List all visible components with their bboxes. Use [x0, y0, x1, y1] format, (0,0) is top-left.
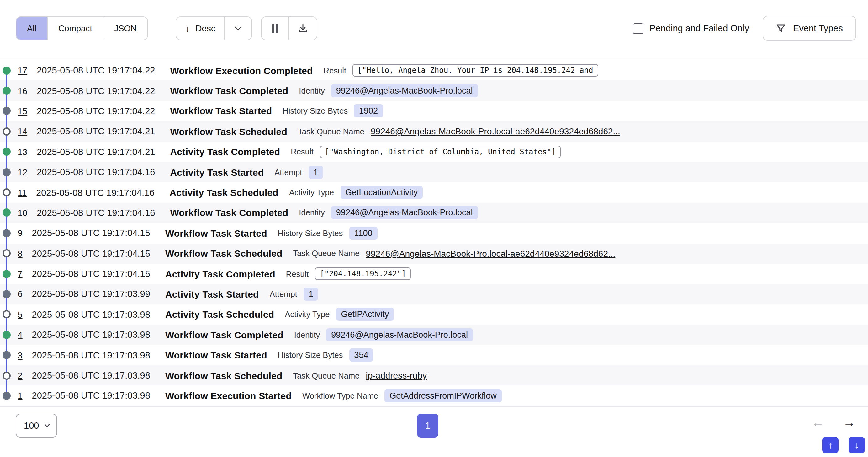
event-row[interactable]: 13 2025-05-08 UTC 19:17:04.21 Activity T…: [0, 142, 868, 162]
event-row[interactable]: 5 2025-05-08 UTC 19:17:03.98 Activity Ta…: [0, 304, 868, 324]
event-status-dot: [2, 351, 10, 359]
event-id-link[interactable]: 13: [18, 147, 27, 157]
event-id-link[interactable]: 14: [18, 126, 27, 137]
event-name: Activity Task Started: [165, 289, 259, 299]
event-row[interactable]: 3 2025-05-08 UTC 19:17:03.98 Workflow Ta…: [0, 345, 868, 365]
event-row[interactable]: 8 2025-05-08 UTC 19:17:04.15 Workflow Ta…: [0, 243, 868, 264]
event-attribute-label: Task Queue Name: [298, 127, 364, 136]
event-attribute-label: History Size Bytes: [283, 106, 348, 116]
event-timestamp: 2025-05-08 UTC 19:17:04.21: [37, 126, 155, 137]
event-status-dot: [2, 331, 10, 339]
event-name: Workflow Task Started: [170, 106, 272, 116]
event-id-link[interactable]: 7: [18, 269, 23, 279]
event-attribute-label: Result: [323, 66, 346, 75]
event-attribute-label: Task Queue Name: [293, 371, 360, 380]
event-types-button[interactable]: Event Types: [763, 16, 856, 41]
event-timestamp: 2025-05-08 UTC 19:17:04.15: [32, 248, 150, 258]
event-id-link[interactable]: 9: [18, 228, 23, 238]
event-name: Workflow Execution Started: [165, 391, 291, 401]
event-attribute-value: ["Hello, Angela Zhou. Your IP is 204.148…: [352, 64, 598, 77]
event-id-link[interactable]: 16: [18, 86, 27, 96]
event-id-link[interactable]: 11: [18, 188, 27, 197]
event-id-link[interactable]: 4: [18, 330, 23, 340]
pending-failed-checkbox[interactable]: [632, 23, 643, 34]
event-attribute-value: 1: [308, 165, 323, 179]
event-status-dot: [2, 229, 10, 237]
pagination-prev-button[interactable]: ←: [808, 416, 828, 429]
event-name: Workflow Task Scheduled: [165, 370, 283, 381]
pause-icon: [271, 24, 280, 32]
event-status-dot: [2, 87, 10, 95]
event-attribute-value[interactable]: 99246@Angelas-MacBook-Pro.local-ae62d440…: [366, 248, 615, 258]
download-icon: [298, 23, 308, 33]
event-row[interactable]: 17 2025-05-08 UTC 19:17:04.22 Workflow E…: [0, 60, 868, 81]
event-timestamp: 2025-05-08 UTC 19:17:04.22: [37, 106, 155, 116]
sort-direction-button[interactable]: ↓ Desc: [176, 17, 225, 39]
event-id-link[interactable]: 1: [18, 391, 23, 401]
view-tab-json[interactable]: JSON: [103, 17, 147, 39]
arrow-down-icon: ↓: [855, 440, 859, 450]
event-attribute-value[interactable]: ip-address-ruby: [366, 370, 427, 380]
event-attribute-value: 1100: [349, 227, 377, 240]
sort-options-button[interactable]: [225, 17, 252, 39]
event-id-link[interactable]: 12: [18, 167, 27, 177]
arrow-left-icon: ←: [811, 416, 824, 429]
event-attribute-label: History Size Bytes: [278, 350, 343, 360]
scroll-to-top-button[interactable]: ↑: [822, 437, 839, 453]
event-row[interactable]: 9 2025-05-08 UTC 19:17:04.15 Workflow Ta…: [0, 223, 868, 243]
event-status-dot: [2, 290, 10, 298]
scroll-to-bottom-button[interactable]: ↓: [848, 437, 865, 453]
event-row[interactable]: 7 2025-05-08 UTC 19:17:04.15 Activity Ta…: [0, 264, 868, 284]
event-row[interactable]: 16 2025-05-08 UTC 19:17:04.22 Workflow T…: [0, 81, 868, 101]
event-status-dot: [2, 107, 10, 115]
arrow-right-icon: →: [843, 416, 856, 429]
event-id-link[interactable]: 17: [18, 65, 27, 75]
event-timestamp: 2025-05-08 UTC 19:17:04.22: [37, 86, 155, 96]
event-name: Activity Task Started: [170, 167, 264, 177]
event-id-link[interactable]: 3: [18, 350, 23, 360]
pending-failed-filter: Pending and Failed Only: [632, 23, 749, 34]
event-attribute-label: Identity: [299, 86, 325, 95]
event-id-link[interactable]: 15: [18, 106, 27, 116]
event-attribute-label: Attempt: [270, 289, 297, 299]
event-status-dot: [2, 148, 10, 156]
event-id-link[interactable]: 8: [18, 248, 23, 258]
pagination-page-1-button[interactable]: 1: [417, 414, 438, 437]
event-name: Workflow Task Started: [165, 228, 267, 238]
event-name: Activity Task Completed: [170, 147, 280, 157]
event-row[interactable]: 6 2025-05-08 UTC 19:17:03.99 Activity Ta…: [0, 284, 868, 305]
event-row[interactable]: 12 2025-05-08 UTC 19:17:04.16 Activity T…: [0, 162, 868, 182]
event-timestamp: 2025-05-08 UTC 19:17:04.22: [37, 65, 155, 75]
event-status-dot: [2, 188, 10, 197]
event-row[interactable]: 11 2025-05-08 UTC 19:17:04.16 Activity T…: [0, 182, 868, 203]
event-id-link[interactable]: 10: [18, 208, 27, 218]
page-size-select[interactable]: 100: [16, 414, 57, 437]
event-id-link[interactable]: 2: [18, 370, 23, 380]
view-tab-compact[interactable]: Compact: [48, 17, 103, 39]
event-id-link[interactable]: 6: [18, 289, 23, 299]
event-row[interactable]: 14 2025-05-08 UTC 19:17:04.21 Workflow T…: [0, 121, 868, 142]
event-name: Workflow Task Started: [165, 350, 267, 360]
chevron-down-icon: [234, 24, 243, 33]
view-tab-all[interactable]: All: [16, 17, 48, 39]
event-id-link[interactable]: 5: [18, 310, 23, 319]
event-attribute-label: Identity: [294, 330, 320, 340]
event-timestamp: 2025-05-08 UTC 19:17:03.98: [32, 330, 150, 340]
event-attribute-value: GetAddressFromIPWorkflow: [384, 389, 502, 402]
page-size-value: 100: [24, 421, 39, 431]
event-attribute-value: ["Washington, District of Columbia, Unit…: [320, 146, 561, 158]
event-attribute-value: GetLocationActivity: [340, 186, 423, 199]
event-history-toolbar: All Compact JSON ↓ Desc Pending: [16, 15, 856, 41]
event-name: Workflow Task Completed: [165, 330, 283, 340]
event-row[interactable]: 2 2025-05-08 UTC 19:17:03.98 Workflow Ta…: [0, 365, 868, 386]
event-row[interactable]: 4 2025-05-08 UTC 19:17:03.98 Workflow Ta…: [0, 324, 868, 345]
event-status-dot: [2, 371, 10, 379]
pause-button[interactable]: [262, 17, 289, 39]
download-button[interactable]: [289, 17, 317, 39]
event-row[interactable]: 10 2025-05-08 UTC 19:17:04.16 Workflow T…: [0, 202, 868, 223]
event-attribute-value[interactable]: 99246@Angelas-MacBook-Pro.local-ae62d440…: [371, 126, 620, 137]
event-row[interactable]: 1 2025-05-08 UTC 19:17:03.98 Workflow Ex…: [0, 386, 868, 406]
pagination-next-button[interactable]: →: [839, 416, 859, 429]
event-row[interactable]: 15 2025-05-08 UTC 19:17:04.22 Workflow T…: [0, 101, 868, 121]
toolbar-right-controls: Pending and Failed Only Event Types: [632, 16, 856, 41]
